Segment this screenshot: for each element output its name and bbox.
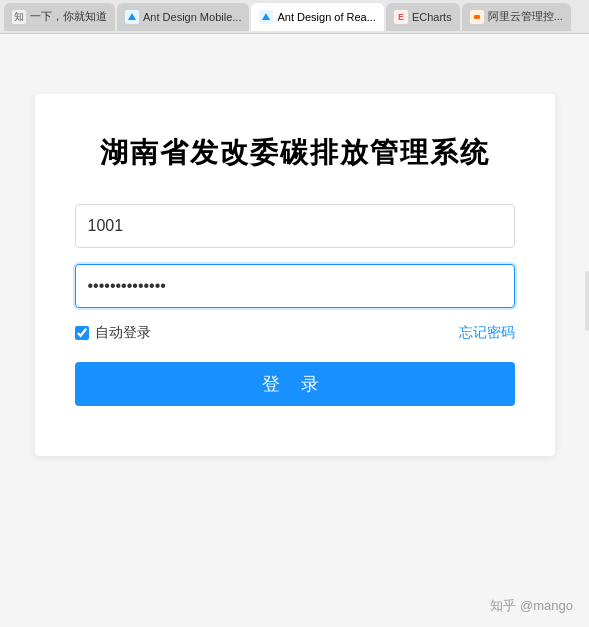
svg-marker-1 xyxy=(262,13,270,20)
tab-alibaba-label: 阿里云管理控... xyxy=(488,9,563,24)
tab-ant-mobile-icon xyxy=(125,10,139,24)
watermark: 知乎 @mango xyxy=(490,597,573,615)
form-options: 自动登录 忘记密码 xyxy=(75,324,515,342)
tab-ant-react-icon xyxy=(259,10,273,24)
tab-echarts-icon: E xyxy=(394,10,408,24)
auto-login-text: 自动登录 xyxy=(95,324,151,342)
tab-zhihu-icon: 知 xyxy=(12,10,26,24)
login-title: 湖南省发改委碳排放管理系统 xyxy=(75,134,515,172)
password-group xyxy=(75,264,515,308)
tab-echarts-label: ECharts xyxy=(412,11,452,23)
login-button[interactable]: 登 录 xyxy=(75,362,515,406)
browser-tab-bar: 知 一下，你就知道 Ant Design Mobile... Ant Desig… xyxy=(0,0,589,34)
tab-alibaba-icon xyxy=(470,10,484,24)
username-input[interactable] xyxy=(75,204,515,248)
tab-ant-react-label: Ant Design of Rea... xyxy=(277,11,375,23)
main-content: 湖南省发改委碳排放管理系统 自动登录 忘记密码 登 录 知乎 @mango xyxy=(0,34,589,627)
auto-login-label[interactable]: 自动登录 xyxy=(75,324,151,342)
scrollbar-hint xyxy=(585,271,589,331)
svg-rect-2 xyxy=(474,15,480,19)
tab-zhihu[interactable]: 知 一下，你就知道 xyxy=(4,3,115,31)
tab-zhihu-label: 一下，你就知道 xyxy=(30,9,107,24)
forgot-password-link[interactable]: 忘记密码 xyxy=(459,324,515,342)
password-input[interactable] xyxy=(75,264,515,308)
tab-ant-mobile-label: Ant Design Mobile... xyxy=(143,11,241,23)
tab-echarts[interactable]: E ECharts xyxy=(386,3,460,31)
tab-ant-mobile[interactable]: Ant Design Mobile... xyxy=(117,3,249,31)
username-group xyxy=(75,204,515,248)
tab-alibaba[interactable]: 阿里云管理控... xyxy=(462,3,571,31)
login-card: 湖南省发改委碳排放管理系统 自动登录 忘记密码 登 录 xyxy=(35,94,555,456)
auto-login-checkbox[interactable] xyxy=(75,326,89,340)
svg-marker-0 xyxy=(128,13,136,20)
tab-ant-react[interactable]: Ant Design of Rea... xyxy=(251,3,383,31)
